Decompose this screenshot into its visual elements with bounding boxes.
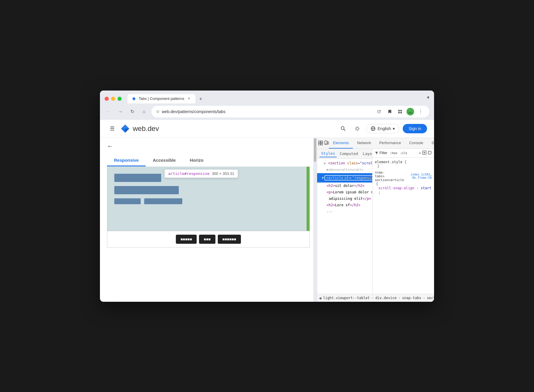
dom-line-h2-2[interactable]: <h2>Lore sf</h2> xyxy=(317,202,372,208)
svg-rect-5 xyxy=(400,112,402,113)
devtools-tab-network[interactable]: Network xyxy=(353,138,375,149)
bookmark-icon[interactable] xyxy=(385,108,394,116)
devtools-panel: Elements Network Performance Console Sou… xyxy=(317,138,434,302)
svg-line-17 xyxy=(356,127,356,127)
traffic-lights xyxy=(105,97,122,101)
svg-rect-3 xyxy=(400,110,402,111)
forward-button[interactable]: → xyxy=(116,108,125,116)
preview-nav: ■■■■■ ■■■ ■■■■■■ xyxy=(107,231,310,248)
dom-selected-line[interactable]: ▼ <article id="responsive"> scroll == $0 xyxy=(317,173,372,183)
svg-line-20 xyxy=(356,130,356,130)
language-selector-button[interactable]: English ▾ xyxy=(366,124,399,133)
address-bar: ← → ↻ ⌂ ⊙ web.dev/patterns/components/ta… xyxy=(100,103,434,120)
dom-tree: ▶ <section class="scroll-snap-x" > ▼<div… xyxy=(317,159,372,215)
search-button[interactable] xyxy=(338,123,348,134)
dom-line-div[interactable]: ▼<div>scroll</scroll> xyxy=(317,166,372,173)
preview-nav-btn-3[interactable]: ■■■■■■ xyxy=(218,235,241,244)
page-scrollbar[interactable] xyxy=(313,138,317,302)
svg-point-6 xyxy=(409,110,411,112)
new-style-rule-button[interactable] xyxy=(422,151,426,156)
svg-marker-1 xyxy=(132,97,136,99)
address-input[interactable]: ⊙ web.dev/patterns/components/tabs ⋮ xyxy=(152,106,429,117)
active-tab[interactable]: Tabs | Component patterns ✕ xyxy=(127,94,195,103)
tab-title: Tabs | Component patterns xyxy=(139,96,184,101)
breadcrumb-item-device[interactable]: div.device xyxy=(374,295,398,301)
hamburger-menu-button[interactable]: ☰ xyxy=(107,123,118,134)
url-display: web.dev/patterns/components/tabs xyxy=(162,109,225,114)
close-button[interactable] xyxy=(105,97,109,101)
tooltip-dimensions: 300 × 353.31 xyxy=(212,171,234,176)
tracking-protection-icon: ⊙ xyxy=(156,109,159,114)
menu-icon[interactable]: ⋮ xyxy=(416,108,425,116)
svg-rect-26 xyxy=(319,143,320,145)
scrollbar-thumb[interactable] xyxy=(314,138,316,162)
dom-line-section[interactable]: ▶ <section class="scroll-snap-x" > xyxy=(317,160,372,166)
computed-tab[interactable]: Computed xyxy=(338,150,360,157)
tab-accessible[interactable]: Accessible xyxy=(146,155,183,166)
svg-marker-9 xyxy=(125,129,129,133)
page-main: ← Responsive Accessible Horizo xyxy=(100,138,317,302)
svg-point-12 xyxy=(356,127,358,130)
breadcrumb-item-section[interactable]: section.scroll-snap-x xyxy=(426,295,434,301)
svg-rect-2 xyxy=(398,110,400,111)
elements-tree-panel: Styles Computed Layout » ▶ <section clas… xyxy=(317,149,373,294)
breadcrumb-item-snaptabs[interactable]: snap-tabs xyxy=(401,295,422,301)
styles-tab[interactable]: Styles xyxy=(319,150,337,157)
dom-ellipsis: ... xyxy=(317,208,372,214)
devtools-tab-elements[interactable]: Elements xyxy=(329,138,353,149)
svg-line-19 xyxy=(359,127,359,127)
inspect-mode-button[interactable] xyxy=(318,139,323,147)
maximize-button[interactable] xyxy=(118,97,122,101)
toggle-element-state-button[interactable] xyxy=(428,151,432,156)
filter-pseudo-classes[interactable]: :hov .cls xyxy=(390,151,407,155)
address-actions: ⋮ xyxy=(375,108,425,116)
tab-close-button[interactable]: ✕ xyxy=(187,96,191,101)
preview-nav-btn-1[interactable]: ■■■■■ xyxy=(176,235,197,244)
styles-filter-bar: Filter :hov .cls + xyxy=(373,149,434,158)
back-arrow-icon[interactable]: ← xyxy=(107,142,113,150)
tabs-bar: Tabs | Component patterns ✕ + xyxy=(127,94,424,103)
extensions-icon[interactable] xyxy=(396,108,404,116)
add-style-rule-button[interactable]: + xyxy=(419,151,421,155)
back-button[interactable]: ← xyxy=(105,108,113,116)
style-source-link[interactable]: index_1c583…8e.frame:50 xyxy=(404,173,432,179)
svg-line-11 xyxy=(344,129,345,131)
devtools-tab-sources[interactable]: Sources xyxy=(427,138,434,149)
tab-responsive[interactable]: Responsive xyxy=(107,155,146,166)
dom-line-p2[interactable]: adipisicing elit</p> xyxy=(317,195,372,202)
devtools-tab-console[interactable]: Console xyxy=(405,138,427,149)
tab-horizontal[interactable]: Horizo xyxy=(183,155,211,166)
home-button[interactable]: ⌂ xyxy=(140,108,148,116)
title-bar-right: ▾ xyxy=(427,95,429,103)
breadcrumb-sep-2: › xyxy=(398,296,400,300)
open-in-new-tab-icon[interactable] xyxy=(375,108,383,116)
snap-tabs-rule-header: snap-tabs>section>article index_1c583…8e… xyxy=(375,171,432,182)
reload-button[interactable]: ↻ xyxy=(128,108,136,116)
theme-toggle-button[interactable] xyxy=(352,123,363,134)
sign-in-button[interactable]: Sign in xyxy=(403,124,427,133)
tabs-section: Responsive Accessible Horizo xyxy=(100,155,317,167)
tooltip-selector: article#responsive xyxy=(168,171,210,176)
breadcrumb-sep-1: › xyxy=(371,296,373,300)
site-name: web.dev xyxy=(133,125,159,133)
layout-tab[interactable]: Layout xyxy=(361,150,373,157)
dom-line-p1[interactable]: <p>Lorem ipsum dolor sit amet consectet xyxy=(317,189,372,195)
minimize-button[interactable] xyxy=(111,97,115,101)
window-controls-icon: ▾ xyxy=(427,95,429,100)
preview-nav-btn-2[interactable]: ■■■ xyxy=(199,235,215,244)
svg-rect-4 xyxy=(398,112,400,113)
new-tab-button[interactable]: + xyxy=(197,95,205,103)
breadcrumb-left-arrow[interactable]: ◀ xyxy=(319,296,321,300)
devtools-tab-performance[interactable]: Performance xyxy=(375,138,405,149)
device-toolbar-button[interactable] xyxy=(324,139,329,147)
tab-favicon-icon xyxy=(132,96,136,101)
site-logo[interactable]: web.dev xyxy=(120,123,159,134)
devtools-body: Styles Computed Layout » ▶ <section clas… xyxy=(317,149,434,294)
dom-line-h2[interactable]: <h2>sit dolor</h2> xyxy=(317,183,372,189)
profile-avatar[interactable] xyxy=(407,108,414,115)
breadcrumb-item-viewport[interactable]: light.viewport--tablet xyxy=(322,295,371,301)
svg-marker-8 xyxy=(121,125,129,129)
snap-tabs-rule: snap-tabs>section>article index_1c583…8e… xyxy=(375,171,432,194)
browser-window: Tabs | Component patterns ✕ + ▾ ← → ↻ ⌂ … xyxy=(100,91,434,302)
tab-labels: Responsive Accessible Horizo xyxy=(107,155,310,167)
